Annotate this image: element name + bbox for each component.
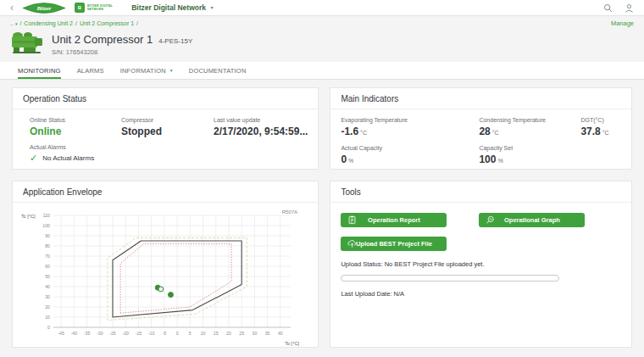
y-tick-label: 0 (47, 325, 50, 330)
x-tick-label: 35 (265, 331, 270, 336)
y-axis-label: Tc [°C] (21, 214, 36, 219)
x-tick-label: 25 (239, 331, 244, 336)
tab-documentation[interactable]: DOCUMENTATION (189, 62, 247, 79)
y-tick-label: 50 (45, 274, 50, 279)
app-title-dropdown[interactable]: Bitzer Digital Network ▾ (131, 3, 213, 12)
upload-progress-bar (341, 275, 559, 282)
envelope-inner-limit (120, 244, 231, 314)
tab-information[interactable]: INFORMATION ▾ (120, 62, 173, 79)
y-tick-label: 100 (42, 223, 50, 228)
online-status-field: Online Status Online (30, 117, 121, 137)
page-title: Unit 2 Compressor 1 (52, 33, 153, 46)
y-tick-label: 40 (45, 284, 50, 289)
card-title: Main Indicators (330, 88, 631, 109)
x-tick-label: 0 (176, 331, 179, 336)
compressor-model: 4-PES-15Y (158, 37, 192, 45)
upload-status-text: Upload Status: No BEST Project File uplo… (341, 260, 621, 268)
last-upload-date-text: Last Upload Date: N/A (341, 290, 621, 298)
x-tick-label: -15 (136, 331, 142, 336)
upload-icon (347, 239, 357, 248)
upload-best-project-file-button[interactable]: Upload BEST Project File (341, 237, 447, 251)
chevron-down-icon: ▾ (210, 5, 213, 10)
chevron-down-icon: ▾ (170, 68, 173, 73)
tab-alarms[interactable]: ALARMS (77, 62, 104, 79)
bitzer-logo[interactable]: Bitzer (22, 3, 66, 14)
x-tick-label: -45 (58, 331, 64, 336)
x-tick-label: 30 (253, 331, 258, 336)
compressor-image (10, 31, 44, 54)
y-tick-label: 20 (45, 304, 50, 310)
operating-point (158, 287, 164, 292)
tab-monitoring[interactable]: MONITORING (18, 62, 61, 79)
bitzer-logo-icon: Bitzer (22, 3, 66, 14)
x-tick-label: -20 (122, 331, 129, 336)
x-tick-label: 5 (189, 331, 192, 336)
breadcrumb-overflow[interactable]: ..▾ (10, 20, 17, 26)
y-tick-label: 30 (45, 294, 50, 299)
y-tick-label: 110 (43, 213, 50, 218)
alarms-status-text: No Actual Alarms (42, 154, 94, 162)
compressor-state-field: Compressor Stopped (121, 117, 214, 137)
svg-text:Bitzer: Bitzer (36, 5, 51, 12)
card-title: Application Envelope (13, 181, 318, 203)
top-bar: ‹ Bitzer B BITZER DIGITAL NETWORK Bitzer… (0, 0, 644, 16)
bdn-badge-text: BITZER DIGITAL NETWORK (87, 4, 113, 11)
tools-card: Tools Operation Report (330, 181, 632, 348)
application-envelope-chart: -45-40-35-30-25-20-15-10-505101520253035… (19, 207, 301, 348)
operation-report-button[interactable]: Operation Report (341, 213, 447, 227)
x-axis-label: To [°C] (285, 341, 299, 346)
x-tick-label: -5 (163, 331, 167, 336)
last-value-update-field: Last value update 2/17/2020, 9:54:59... (214, 117, 308, 137)
y-tick-label: 70 (45, 254, 50, 259)
x-tick-label: 10 (201, 331, 206, 336)
main-indicators-card: Main Indicators Evaporating Temperature … (330, 87, 632, 170)
serial-number: S/N: 176543208 (52, 48, 192, 56)
chevron-down-icon: ▾ (15, 21, 18, 26)
capacity-set-field: Capacity Set 100% (479, 145, 580, 165)
app-title-label: Bitzer Digital Network (131, 3, 206, 12)
last-value-update-value: 2/17/2020, 9:54:59... (214, 126, 308, 137)
x-tick-label: 15 (214, 331, 219, 336)
operational-graph-button[interactable]: Operational Graph (479, 213, 585, 227)
search-icon[interactable] (603, 3, 613, 13)
dgt-field: DGT(°C) 37.8°C (580, 117, 621, 137)
manage-link[interactable]: Manage (611, 20, 634, 27)
bdn-square-icon: B (75, 3, 85, 13)
breadcrumb-item-condensing-unit[interactable]: Condensing Unit 2 (24, 20, 73, 26)
x-tick-label: -40 (71, 331, 78, 336)
x-tick-label: -30 (97, 331, 103, 336)
actual-capacity-field: Actual Capacity 0% (341, 145, 479, 165)
tab-bar: MONITORING ALARMS INFORMATION ▾ DOCUMENT… (0, 62, 644, 80)
breadcrumb-item-compressor[interactable]: Unit 2 Compressor 1 (80, 20, 134, 26)
user-icon[interactable] (625, 3, 634, 13)
x-tick-label: 20 (226, 331, 231, 336)
x-tick-label: 40 (278, 331, 283, 336)
page-header: ..▾ / Condensing Unit 2 / Unit 2 Compres… (0, 16, 644, 62)
checkmark-icon: ✓ (30, 153, 37, 163)
y-tick-label: 60 (45, 264, 50, 269)
y-tick-label: 90 (45, 233, 50, 238)
compressor-state-value: Stopped (121, 126, 214, 137)
x-tick-label: -25 (109, 331, 116, 336)
card-title: Tools (330, 181, 631, 203)
back-icon[interactable]: ‹ (10, 3, 14, 13)
breadcrumb: ..▾ / Condensing Unit 2 / Unit 2 Compres… (10, 16, 634, 29)
x-tick-label: -10 (148, 331, 155, 336)
evaporating-temperature-field: Evaporating Temperature -1.6°C (341, 117, 479, 137)
operating-point (168, 293, 173, 298)
condensing-temperature-field: Condensing Temperature 28°C (479, 117, 580, 137)
card-title: Operation Status (13, 88, 318, 109)
object-header: Unit 2 Compressor 1 4-PES-15Y S/N: 17654… (10, 29, 634, 62)
online-status-value: Online (30, 126, 121, 137)
bdn-badge: B BITZER DIGITAL NETWORK (75, 3, 113, 13)
x-tick-label: -35 (84, 331, 91, 336)
y-tick-label: 10 (45, 315, 50, 320)
operational-graph-icon (486, 215, 495, 225)
main-content: Operation Status Online Status Online Co… (0, 80, 644, 356)
application-envelope-card: Application Envelope -45-40-35-30-25-20-… (12, 181, 319, 348)
operation-status-card: Operation Status Online Status Online Co… (12, 87, 319, 170)
y-tick-label: 80 (45, 243, 50, 248)
actual-alarms-field: Actual Alarms ✓ No Actual Alarms (30, 144, 308, 163)
refrigerant-label: R507A (282, 209, 297, 215)
operation-report-icon (347, 215, 357, 225)
